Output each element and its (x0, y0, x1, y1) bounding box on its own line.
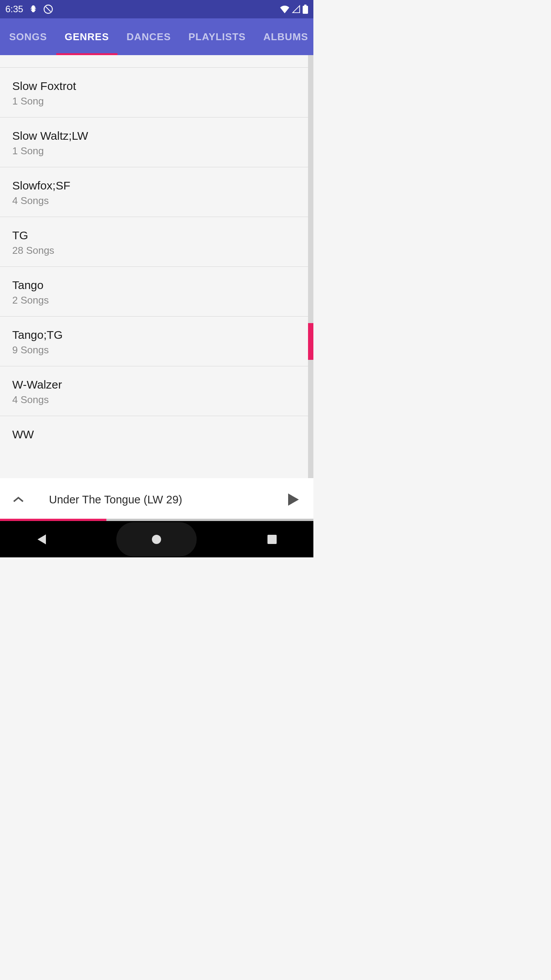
list-item[interactable]: Slow Foxtrot 1 Song (0, 68, 313, 118)
status-bar: 6:35 (0, 0, 313, 18)
list-item[interactable]: Slowfox;SF 4 Songs (0, 167, 313, 217)
dnd-icon (43, 4, 53, 14)
status-left: 6:35 (5, 4, 53, 15)
tab-genres[interactable]: GENRES (65, 18, 109, 55)
cell-icon (292, 5, 300, 13)
tab-bar: SONGS GENRES DANCES PLAYLISTS ALBUMS (0, 18, 313, 55)
wifi-icon (280, 5, 290, 13)
item-subtitle: 2 Songs (12, 294, 301, 306)
svg-point-3 (152, 535, 161, 544)
item-subtitle: 4 Songs (12, 394, 301, 406)
list-item[interactable]: Tango 2 Songs (0, 267, 313, 317)
item-subtitle: 1 Song (12, 145, 301, 157)
item-title: Tango (12, 278, 301, 292)
item-title: Slow Foxtrot (12, 79, 301, 93)
item-title: Slow Waltz;LW (12, 129, 301, 143)
item-title: W-Walzer (12, 378, 301, 392)
svg-rect-2 (304, 5, 306, 6)
status-right (280, 5, 308, 14)
svg-rect-1 (303, 6, 308, 14)
list-item[interactable]: Slow Waltz;LW 1 Song (0, 118, 313, 167)
genre-list[interactable]: Slow Foxtrot 1 Song Slow Waltz;LW 1 Song… (0, 55, 313, 478)
recents-button[interactable] (264, 535, 280, 544)
android-nav-bar (0, 521, 313, 557)
item-title: Slowfox;SF (12, 179, 301, 193)
item-subtitle: 9 Songs (12, 344, 301, 356)
scrollbar-track[interactable] (308, 55, 313, 478)
tab-dances[interactable]: DANCES (127, 18, 171, 55)
tab-playlists[interactable]: PLAYLISTS (189, 18, 246, 55)
item-title: TG (12, 229, 301, 242)
now-playing-title: Under The Tongue (LW 29) (49, 493, 284, 506)
play-button[interactable] (284, 493, 303, 506)
list-item[interactable]: TG 28 Songs (0, 217, 313, 267)
item-subtitle: 1 Song (12, 95, 301, 107)
item-subtitle: 28 Songs (12, 245, 301, 256)
chevron-up-icon[interactable] (11, 496, 26, 503)
home-button[interactable] (116, 522, 197, 557)
tab-albums[interactable]: ALBUMS (263, 18, 308, 55)
list-item[interactable]: WW (0, 416, 313, 443)
item-title: Tango;TG (12, 328, 301, 342)
list-item[interactable]: W-Walzer 4 Songs (0, 366, 313, 416)
scrollbar-thumb[interactable] (308, 323, 313, 360)
list-item[interactable]: Tango;TG 9 Songs (0, 317, 313, 366)
svg-rect-4 (267, 535, 277, 544)
battery-icon (303, 5, 308, 14)
tab-songs[interactable]: SONGS (9, 18, 47, 55)
back-button[interactable] (34, 534, 49, 545)
item-subtitle: 4 Songs (12, 195, 301, 207)
now-playing-bar[interactable]: Under The Tongue (LW 29) (0, 478, 313, 521)
status-time: 6:35 (5, 4, 23, 15)
list-item-partial-top[interactable] (0, 55, 313, 68)
debug-icon (29, 5, 38, 14)
item-title: WW (12, 428, 301, 441)
